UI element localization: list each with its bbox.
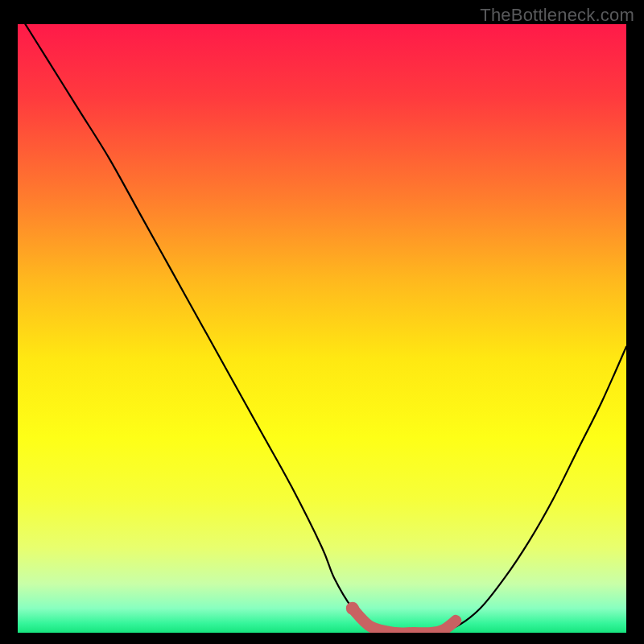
optimal-range-dot: [346, 602, 359, 615]
chart-container: TheBottleneck.com: [0, 0, 644, 644]
bottleneck-curve: [18, 24, 626, 633]
plot-area: [18, 24, 626, 633]
curve-overlay: [18, 24, 626, 633]
watermark-text: TheBottleneck.com: [480, 5, 634, 26]
optimal-range-highlight: [353, 609, 456, 633]
